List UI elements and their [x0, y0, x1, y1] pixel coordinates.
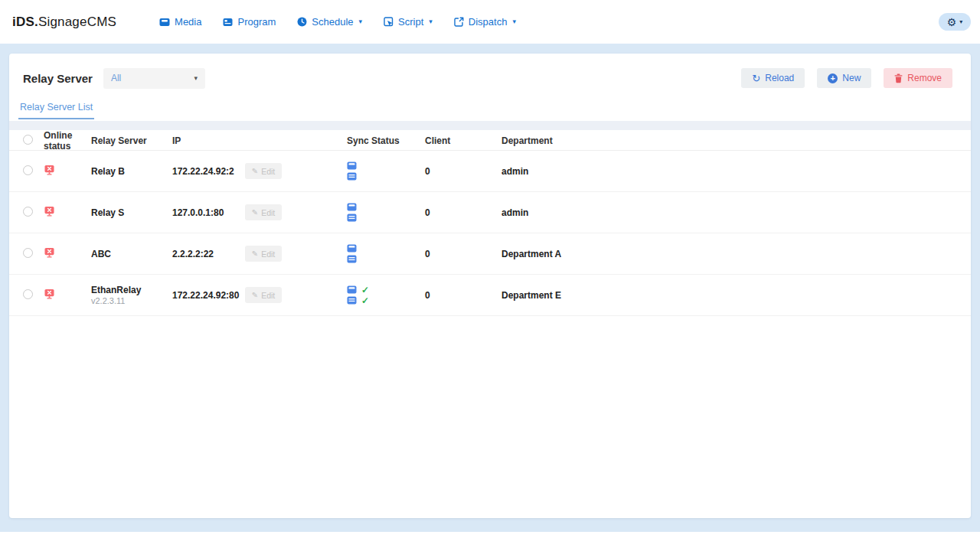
nav-item-media[interactable]: Media: [159, 16, 201, 28]
app-logo-name: SignageCMS: [38, 15, 116, 29]
sync-status: ✓ ✓: [347, 203, 425, 222]
program-sync-icon: [347, 255, 357, 263]
edit-button[interactable]: ✎ Edit: [245, 287, 282, 303]
table-header: Online status Relay Server IP Sync Statu…: [9, 130, 971, 151]
nav-label: Media: [175, 16, 201, 28]
edit-button[interactable]: ✎ Edit: [245, 163, 282, 179]
offline-status-icon: [44, 206, 55, 217]
chevron-down-icon: ▾: [194, 75, 198, 82]
media-icon: [159, 18, 170, 27]
program-sync-icon: [347, 172, 357, 181]
sync-status: ✓ ✓: [347, 244, 425, 263]
table-body: Relay B 172.22.24.92:2 ✎ Edit ✓ ✓: [9, 151, 971, 316]
edit-button[interactable]: ✎ Edit: [245, 246, 282, 262]
app-logo: iDS.SignageCMS: [12, 15, 116, 30]
table-row: EthanRelay v2.2.3.11 172.22.24.92:80 ✎ E…: [9, 275, 971, 316]
pencil-icon: ✎: [252, 250, 258, 258]
table-row: Relay B 172.22.24.92:2 ✎ Edit ✓ ✓: [9, 151, 971, 192]
reload-button[interactable]: ↻ Reload: [741, 68, 805, 88]
chevron-down-icon: ▾: [429, 18, 433, 25]
edit-label: Edit: [261, 249, 275, 259]
client-count: 0: [425, 207, 501, 218]
program-sync-icon: [347, 296, 357, 305]
row-select-radio[interactable]: [23, 165, 33, 175]
relay-filter-select[interactable]: All ▾: [103, 68, 205, 89]
column-department: Department: [501, 135, 971, 146]
department: Department A: [501, 249, 971, 259]
program-sync-icon: [347, 214, 357, 222]
offline-status-icon: [44, 289, 55, 300]
content-panel: Relay Server All ▾ ↻ Reload + New Remove…: [9, 54, 971, 518]
sync-status: ✓ ✓: [347, 285, 425, 305]
table-row: Relay S 127.0.0.1:80 ✎ Edit ✓ ✓: [9, 192, 971, 233]
program-icon: [223, 18, 233, 27]
remove-button[interactable]: Remove: [884, 68, 952, 88]
nav-label: Dispatch: [469, 16, 508, 28]
select-all-radio[interactable]: [23, 135, 33, 145]
edit-button[interactable]: ✎ Edit: [245, 204, 282, 220]
column-client: Client: [425, 135, 501, 146]
tab-relay-server-list[interactable]: Relay Server List: [18, 102, 94, 119]
department: admin: [501, 207, 971, 218]
pencil-icon: ✎: [252, 168, 258, 175]
client-count: 0: [425, 166, 501, 177]
relay-ip: 127.0.0.1:80: [172, 207, 245, 218]
new-button[interactable]: + New: [817, 68, 871, 88]
column-relay-server: Relay Server: [91, 135, 172, 146]
relay-server-name: Relay B: [91, 166, 172, 177]
script-icon: [384, 17, 394, 27]
nav-label: Program: [237, 16, 276, 28]
trash-icon: [894, 73, 903, 83]
department: admin: [501, 166, 971, 177]
nav-label: Schedule: [312, 16, 353, 28]
panel-header: Relay Server All ▾ ↻ Reload + New Remove: [9, 54, 971, 89]
department: Department E: [501, 290, 971, 301]
relay-server-name: ABC: [91, 249, 172, 259]
client-count: 0: [425, 249, 501, 259]
app-logo-prefix: iDS.: [12, 15, 38, 29]
table-row: ABC 2.2.2.2:22 ✎ Edit ✓ ✓ 0: [9, 233, 971, 275]
media-sync-icon: [347, 161, 357, 170]
top-bar: iDS.SignageCMS Media Program Schedule ▾: [0, 0, 980, 44]
client-count: 0: [425, 290, 501, 301]
relay-filter-value: All: [111, 73, 194, 83]
media-sync-icon: [347, 285, 357, 294]
relay-server-name: EthanRelay: [91, 285, 172, 295]
edit-label: Edit: [261, 167, 275, 176]
pencil-icon: ✎: [252, 209, 258, 217]
column-ip: IP: [172, 135, 245, 146]
dispatch-icon: [454, 17, 464, 27]
relay-server-name: Relay S: [91, 207, 172, 218]
pencil-icon: ✎: [252, 292, 258, 299]
header-actions: ↻ Reload + New Remove: [741, 68, 952, 88]
row-select-radio[interactable]: [23, 207, 33, 217]
plus-circle-icon: +: [828, 73, 838, 83]
relay-ip: 2.2.2.2:22: [172, 249, 245, 259]
media-synced-check-icon: ✓: [361, 285, 369, 295]
reload-icon: ↻: [752, 73, 760, 83]
chevron-down-icon: ▾: [959, 19, 962, 25]
settings-menu-button[interactable]: ⚙ ▾: [939, 13, 971, 31]
sync-status: ✓ ✓: [347, 161, 425, 181]
relay-ip: 172.22.24.92:80: [172, 290, 245, 301]
row-select-radio[interactable]: [23, 248, 33, 258]
reload-label: Reload: [765, 73, 794, 83]
offline-status-icon: [44, 165, 55, 176]
main-nav: Media Program Schedule ▾ Script ▾: [159, 16, 516, 28]
edit-label: Edit: [261, 208, 275, 217]
chevron-down-icon: ▾: [512, 18, 516, 25]
column-online-status: Online status: [44, 130, 91, 152]
nav-item-program[interactable]: Program: [223, 16, 276, 28]
program-synced-check-icon: ✓: [361, 296, 369, 305]
nav-item-schedule[interactable]: Schedule ▾: [297, 16, 362, 28]
nav-item-script[interactable]: Script ▾: [384, 16, 433, 28]
relay-server-version: v2.2.3.11: [91, 296, 172, 305]
new-label: New: [842, 73, 861, 83]
page-title: Relay Server: [23, 72, 93, 85]
media-sync-icon: [347, 203, 357, 211]
row-select-radio[interactable]: [23, 289, 33, 299]
nav-label: Script: [398, 16, 423, 28]
nav-item-dispatch[interactable]: Dispatch ▾: [454, 16, 516, 28]
tab-divider-band: [9, 121, 971, 130]
chevron-down-icon: ▾: [359, 18, 363, 25]
